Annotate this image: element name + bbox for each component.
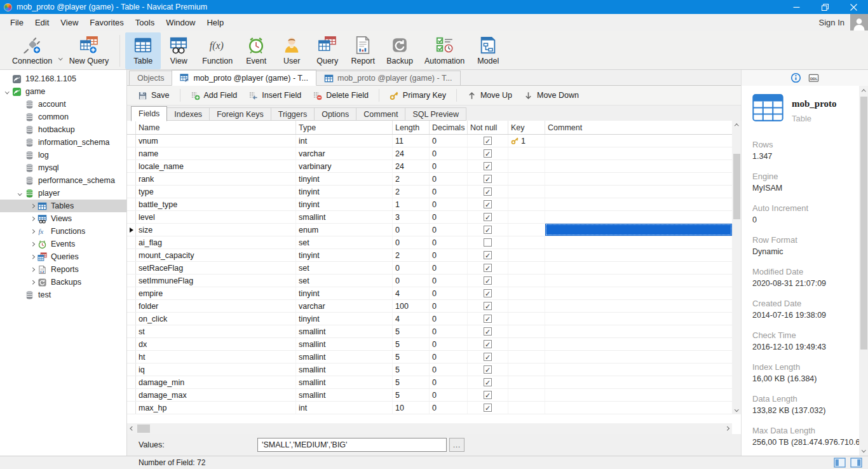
menu-help[interactable]: Help bbox=[201, 15, 229, 30]
field-length-cell[interactable]: 5 bbox=[393, 351, 430, 363]
sidebar-item-game[interactable]: game bbox=[0, 85, 126, 98]
checkbox-checked-icon[interactable]: ✓ bbox=[484, 200, 492, 208]
field-row-max-hp[interactable]: max_hpint100✓ bbox=[127, 402, 732, 414]
tree-expander-icon[interactable] bbox=[28, 268, 37, 271]
field-length-cell[interactable]: 4 bbox=[393, 287, 430, 299]
info-panel-scrollbar[interactable] bbox=[859, 86, 868, 456]
close-button[interactable] bbox=[839, 0, 868, 14]
field-type-cell[interactable]: smallint bbox=[296, 211, 393, 223]
field-name-cell[interactable]: vnum bbox=[136, 135, 296, 147]
insert-field-button[interactable]: Insert Field bbox=[243, 88, 307, 103]
field-not-null-cell[interactable] bbox=[468, 236, 508, 248]
sidebar-item-account[interactable]: account bbox=[0, 98, 126, 111]
field-length-cell[interactable]: 4 bbox=[393, 313, 430, 325]
tree-expander-icon[interactable] bbox=[28, 243, 37, 246]
menu-file[interactable]: File bbox=[4, 15, 29, 30]
field-decimals-cell[interactable]: 0 bbox=[430, 173, 468, 185]
field-length-cell[interactable]: 10 bbox=[393, 402, 430, 414]
field-name-cell[interactable]: setImmuneFlag bbox=[136, 275, 296, 287]
field-name-cell[interactable]: rank bbox=[136, 173, 296, 185]
field-row-st[interactable]: stsmallint50✓ bbox=[127, 325, 732, 338]
field-decimals-cell[interactable]: 0 bbox=[430, 224, 468, 236]
row-selector[interactable] bbox=[127, 364, 136, 376]
row-selector[interactable] bbox=[127, 338, 136, 350]
field-key-cell[interactable] bbox=[508, 300, 545, 312]
row-selector[interactable] bbox=[127, 376, 136, 388]
checkbox-checked-icon[interactable]: ✓ bbox=[484, 162, 492, 170]
tab-objects[interactable]: Objects bbox=[129, 71, 172, 85]
sidebar-item-test[interactable]: test bbox=[0, 289, 126, 301]
field-key-cell[interactable]: 1 bbox=[508, 135, 545, 147]
subtab-comment[interactable]: Comment bbox=[356, 107, 405, 121]
sidebar-item-queries[interactable]: Queries bbox=[0, 250, 126, 263]
field-comment-cell[interactable] bbox=[545, 338, 732, 350]
checkbox-checked-icon[interactable]: ✓ bbox=[484, 175, 492, 183]
menu-favorites[interactable]: Favorites bbox=[84, 15, 129, 30]
tree-expander-icon[interactable] bbox=[28, 281, 37, 284]
field-not-null-cell[interactable]: ✓ bbox=[468, 376, 508, 388]
field-comment-cell[interactable] bbox=[545, 325, 732, 337]
field-comment-cell[interactable] bbox=[545, 351, 732, 363]
column-header-type[interactable]: Type bbox=[296, 121, 393, 134]
column-header-length[interactable]: Length bbox=[393, 121, 430, 134]
field-type-cell[interactable]: int bbox=[296, 402, 393, 414]
field-length-cell[interactable]: 2 bbox=[393, 186, 430, 198]
field-length-cell[interactable]: 2 bbox=[393, 249, 430, 261]
row-selector[interactable] bbox=[127, 147, 136, 160]
field-not-null-cell[interactable]: ✓ bbox=[468, 402, 508, 414]
model-button[interactable]: Model bbox=[470, 32, 506, 69]
field-row-locale-name[interactable]: locale_namevarbinary240✓ bbox=[127, 160, 732, 173]
field-length-cell[interactable]: 1 bbox=[393, 198, 430, 210]
field-name-cell[interactable]: on_click bbox=[136, 313, 296, 325]
values-input[interactable]: 'SMALL','MEDIUM','BIG' bbox=[257, 438, 447, 452]
row-selector[interactable] bbox=[127, 300, 136, 312]
checkbox-checked-icon[interactable]: ✓ bbox=[484, 378, 492, 386]
field-not-null-cell[interactable]: ✓ bbox=[468, 262, 508, 274]
field-row-folder[interactable]: foldervarchar1000✓ bbox=[127, 300, 732, 313]
backup-button[interactable]: Backup bbox=[381, 32, 419, 69]
field-row-ht[interactable]: htsmallint50✓ bbox=[127, 351, 732, 364]
field-key-cell[interactable] bbox=[508, 376, 545, 388]
tree-expander-icon[interactable] bbox=[3, 90, 11, 93]
column-header-decimals[interactable]: Decimals bbox=[430, 121, 468, 134]
field-row-dx[interactable]: dxsmallint50✓ bbox=[127, 338, 732, 351]
tab-table-designer-1[interactable]: mob_proto @player (game) - T... bbox=[172, 70, 316, 86]
checkbox-checked-icon[interactable]: ✓ bbox=[484, 264, 492, 272]
panel-scroll-up-icon[interactable] bbox=[859, 87, 868, 96]
field-row-name[interactable]: namevarchar240✓ bbox=[127, 147, 732, 160]
field-type-cell[interactable]: smallint bbox=[296, 376, 393, 388]
menu-view[interactable]: View bbox=[55, 15, 84, 30]
row-selector[interactable] bbox=[127, 135, 136, 147]
menu-edit[interactable]: Edit bbox=[29, 15, 55, 30]
field-not-null-cell[interactable]: ✓ bbox=[468, 186, 508, 198]
tree-expander-icon[interactable] bbox=[28, 205, 37, 208]
field-name-cell[interactable]: st bbox=[136, 325, 296, 337]
field-length-cell[interactable]: 5 bbox=[393, 376, 430, 388]
checkbox-checked-icon[interactable]: ✓ bbox=[484, 302, 492, 310]
subtab-triggers[interactable]: Triggers bbox=[271, 107, 315, 121]
checkbox-checked-icon[interactable]: ✓ bbox=[484, 365, 492, 374]
field-type-cell[interactable]: smallint bbox=[296, 389, 393, 401]
field-length-cell[interactable]: 24 bbox=[393, 160, 430, 172]
field-decimals-cell[interactable]: 0 bbox=[430, 402, 468, 414]
field-type-cell[interactable]: set bbox=[296, 236, 393, 248]
field-type-cell[interactable]: smallint bbox=[296, 338, 393, 350]
field-key-cell[interactable] bbox=[508, 338, 545, 350]
field-not-null-cell[interactable]: ✓ bbox=[468, 313, 508, 325]
sidebar-item-events[interactable]: Events bbox=[0, 238, 126, 250]
field-type-cell[interactable]: tinyint bbox=[296, 249, 393, 261]
row-selector[interactable] bbox=[127, 351, 136, 363]
field-type-cell[interactable]: tinyint bbox=[296, 186, 393, 198]
sidebar-item-common[interactable]: common bbox=[0, 111, 126, 123]
field-not-null-cell[interactable]: ✓ bbox=[468, 287, 508, 299]
field-name-cell[interactable]: ai_flag bbox=[136, 236, 296, 248]
field-not-null-cell[interactable]: ✓ bbox=[468, 249, 508, 261]
field-name-cell[interactable]: size bbox=[136, 224, 296, 236]
tree-expander-icon[interactable] bbox=[28, 230, 37, 233]
field-decimals-cell[interactable]: 0 bbox=[430, 389, 468, 401]
row-selector[interactable] bbox=[127, 211, 136, 223]
field-name-cell[interactable]: dx bbox=[136, 338, 296, 350]
field-comment-cell[interactable] bbox=[545, 376, 732, 388]
field-row-damage-min[interactable]: damage_minsmallint50✓ bbox=[127, 376, 732, 389]
field-comment-cell[interactable] bbox=[545, 160, 732, 172]
